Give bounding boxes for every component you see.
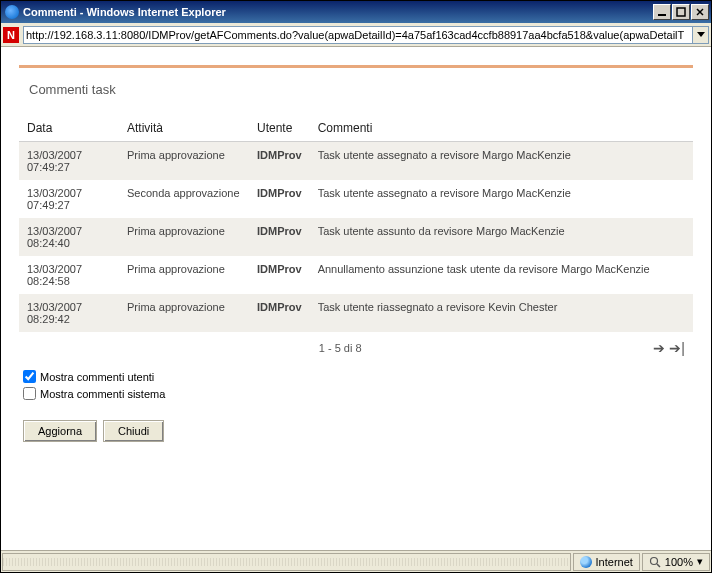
status-zoom[interactable]: 100% ▾	[642, 553, 710, 571]
check-user-comments-box[interactable]	[23, 370, 36, 383]
address-dropdown-button[interactable]	[693, 26, 709, 44]
close-button[interactable]	[691, 4, 709, 20]
last-page-icon[interactable]: ➔|	[669, 340, 685, 356]
globe-icon	[580, 556, 592, 568]
close-panel-button[interactable]: Chiudi	[103, 420, 164, 442]
status-spacer	[2, 553, 571, 571]
page-content: Commenti task Data Attività Utente Comme…	[1, 47, 711, 550]
pager-range: 1 - 5 di 8	[27, 342, 653, 354]
cell-date: 13/03/2007 07:49:27	[19, 142, 119, 181]
cell-user: IDMProv	[249, 142, 310, 181]
url-input[interactable]	[23, 26, 693, 44]
cell-comment: Task utente assegnato a revisore Margo M…	[310, 142, 693, 181]
comments-panel: Commenti task Data Attività Utente Comme…	[19, 65, 693, 452]
table-row: 13/03/2007 07:49:27Seconda approvazioneI…	[19, 180, 693, 218]
svg-point-5	[650, 557, 657, 564]
pager: 1 - 5 di 8 ➔ ➔|	[19, 332, 693, 364]
refresh-button[interactable]: Aggiorna	[23, 420, 97, 442]
title-bar: Commenti - Windows Internet Explorer	[1, 1, 711, 23]
table-row: 13/03/2007 08:24:58Prima approvazioneIDM…	[19, 256, 693, 294]
panel-title: Commenti task	[19, 68, 693, 115]
chevron-down-icon: ▾	[697, 555, 703, 568]
status-zone-label: Internet	[596, 556, 633, 568]
cell-user: IDMProv	[249, 180, 310, 218]
check-system-comments-box[interactable]	[23, 387, 36, 400]
cell-comment: Task utente assegnato a revisore Margo M…	[310, 180, 693, 218]
window-controls	[653, 4, 709, 20]
table-row: 13/03/2007 08:24:40Prima approvazioneIDM…	[19, 218, 693, 256]
col-header-user: Utente	[249, 115, 310, 142]
col-header-activity: Attività	[119, 115, 249, 142]
next-page-icon[interactable]: ➔	[653, 340, 665, 356]
window-title: Commenti - Windows Internet Explorer	[23, 6, 653, 18]
cell-user: IDMProv	[249, 218, 310, 256]
table-row: 13/03/2007 07:49:27Prima approvazioneIDM…	[19, 142, 693, 181]
cell-user: IDMProv	[249, 294, 310, 332]
favicon: N	[3, 27, 19, 43]
comments-table: Data Attività Utente Commenti 13/03/2007…	[19, 115, 693, 332]
col-header-date: Data	[19, 115, 119, 142]
cell-date: 13/03/2007 08:24:40	[19, 218, 119, 256]
cell-activity: Seconda approvazione	[119, 180, 249, 218]
minimize-button[interactable]	[653, 4, 671, 20]
cell-activity: Prima approvazione	[119, 218, 249, 256]
check-user-comments-label: Mostra commenti utenti	[40, 371, 154, 383]
col-header-comment: Commenti	[310, 115, 693, 142]
cell-date: 13/03/2007 07:49:27	[19, 180, 119, 218]
cell-date: 13/03/2007 08:29:42	[19, 294, 119, 332]
svg-rect-1	[677, 8, 685, 16]
cell-activity: Prima approvazione	[119, 294, 249, 332]
cell-date: 13/03/2007 08:24:58	[19, 256, 119, 294]
cell-activity: Prima approvazione	[119, 256, 249, 294]
filter-checks: Mostra commenti utenti Mostra commenti s…	[19, 364, 693, 410]
ie-icon	[5, 5, 19, 19]
cell-comment: Annullamento assunzione task utente da r…	[310, 256, 693, 294]
address-bar: N	[1, 23, 711, 47]
cell-activity: Prima approvazione	[119, 142, 249, 181]
svg-marker-4	[697, 32, 705, 37]
cell-comment: Task utente riassegnato a revisore Kevin…	[310, 294, 693, 332]
status-bar: Internet 100% ▾	[1, 550, 711, 572]
cell-comment: Task utente assunto da revisore Margo Ma…	[310, 218, 693, 256]
status-zoom-label: 100%	[665, 556, 693, 568]
maximize-button[interactable]	[672, 4, 690, 20]
browser-window: Commenti - Windows Internet Explorer N C…	[0, 0, 712, 573]
svg-line-6	[657, 564, 660, 567]
magnifier-icon	[649, 556, 661, 568]
check-system-comments[interactable]: Mostra commenti sistema	[23, 387, 689, 400]
svg-rect-0	[658, 14, 666, 16]
cell-user: IDMProv	[249, 256, 310, 294]
status-zone: Internet	[573, 553, 640, 571]
button-row: Aggiorna Chiudi	[19, 410, 693, 452]
check-system-comments-label: Mostra commenti sistema	[40, 388, 165, 400]
check-user-comments[interactable]: Mostra commenti utenti	[23, 370, 689, 383]
table-row: 13/03/2007 08:29:42Prima approvazioneIDM…	[19, 294, 693, 332]
